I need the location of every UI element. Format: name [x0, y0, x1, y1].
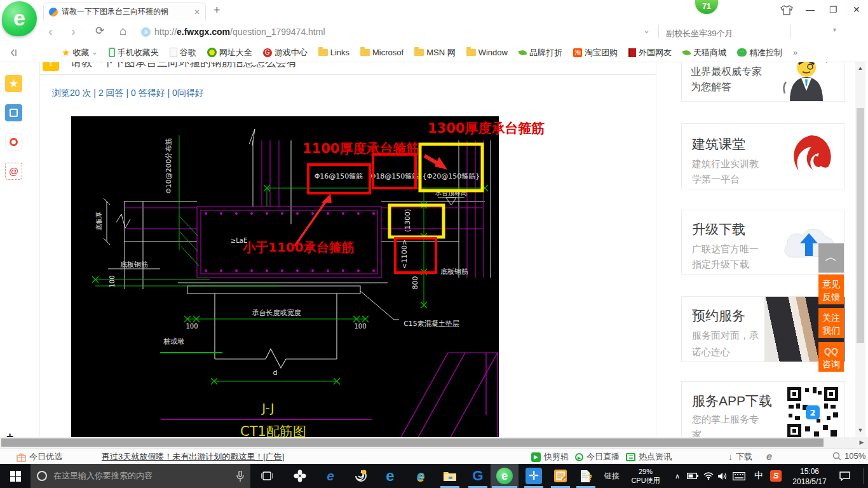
- battery-icon[interactable]: [685, 464, 700, 488]
- horizontal-scroll-thumb[interactable]: [1, 438, 824, 447]
- vertical-scrollbar[interactable]: ▲ ▼: [855, 62, 865, 437]
- back-icon[interactable]: ‹: [48, 24, 53, 39]
- tray-chevron-icon[interactable]: ∧: [671, 464, 684, 488]
- bookmark-site-directory[interactable]: 网址大全: [207, 47, 252, 58]
- cpu-widget[interactable]: 29% CPU使用: [628, 464, 663, 488]
- back-to-top-button[interactable]: ︿: [818, 243, 844, 273]
- folder-icon: [360, 49, 370, 56]
- qr-code-image: 2: [786, 386, 839, 439]
- pinned-app-ie[interactable]: e: [407, 464, 435, 488]
- app-title: 服务APP下载: [692, 392, 772, 410]
- url-text[interactable]: http://e.fwxgx.com/question_1799474.html: [154, 27, 325, 37]
- download-item[interactable]: ↓ 下载: [728, 451, 752, 463]
- bookmark-tmall[interactable]: 天猫商城: [682, 47, 726, 58]
- qq-consult-button[interactable]: QQ咨询: [818, 342, 844, 372]
- daily-pick-item[interactable]: 今日优选: [17, 451, 62, 463]
- pinned-app-safety-spiral[interactable]: [347, 464, 375, 488]
- chevron-down-icon[interactable]: ⌄: [643, 25, 650, 35]
- vertical-scroll-thumb[interactable]: [857, 108, 864, 343]
- app-browser-active[interactable]: e: [491, 464, 519, 488]
- scroll-down-icon[interactable]: ▼: [855, 427, 865, 433]
- ime-indicator[interactable]: 中: [751, 464, 766, 488]
- task-view-button[interactable]: [253, 464, 281, 488]
- clock-widget[interactable]: 15:06 2018/5/17: [787, 464, 832, 488]
- live-icon: ▶: [575, 453, 583, 461]
- browser-titlebar: 请教一下下图承台三向环箍的钢 ✕ + 71 — ❐ ✕: [0, 0, 868, 20]
- live-item[interactable]: ▶ 今日直播: [575, 451, 620, 463]
- bookmarks-overflow-icon[interactable]: »: [793, 48, 797, 57]
- scroll-right-icon[interactable]: ▶: [855, 437, 868, 448]
- notification-center-icon[interactable]: [835, 464, 854, 488]
- bookmark-taobao[interactable]: 淘 淘宝团购: [573, 47, 618, 58]
- hot-news-item[interactable]: ☰ 热点资讯: [626, 451, 672, 463]
- address-bar[interactable]: ✳ http://e.fwxgx.com/question_1799474.ht…: [141, 24, 325, 40]
- app-file-explorer[interactable]: [436, 464, 464, 488]
- home-icon[interactable]: ⌂: [119, 24, 126, 38]
- horizontal-scrollbar[interactable]: [0, 437, 855, 448]
- bookmark-game-center[interactable]: G 游戏中心: [263, 47, 308, 58]
- show-desktop-divider[interactable]: [863, 468, 864, 484]
- bookmark-folder-microsoft[interactable]: Microsof: [360, 48, 403, 57]
- taskbar-search-box[interactable]: 在这里输入你要搜索的内容: [31, 464, 250, 488]
- share-layout-icon[interactable]: [5, 104, 22, 121]
- ad-link[interactable]: 再过3天就放假喽！未有出游计划的戳这里！[广告]: [102, 451, 284, 463]
- game-center-icon: G: [263, 48, 272, 57]
- question-drawing-image[interactable]: Φ16@150箍筋 Φ18@150箍筋 {Φ20@150箍筋} 承台顶标高 Φ1…: [71, 116, 553, 438]
- scroll-up-icon[interactable]: ▲: [855, 65, 865, 71]
- ie-open-icon[interactable]: e: [766, 451, 772, 463]
- bookmark-google[interactable]: 谷歌: [170, 47, 196, 58]
- app-download-card[interactable]: 服务APP下载 您的掌上服务专 家 2: [681, 381, 845, 437]
- start-button[interactable]: [0, 464, 31, 488]
- site-safety-icon[interactable]: ✳: [141, 27, 151, 37]
- bookmark-precise-control[interactable]: ··· 精准控制: [737, 47, 782, 58]
- quick-edit-item[interactable]: ▶ 快剪辑: [531, 451, 569, 463]
- microphone-icon[interactable]: [236, 471, 244, 482]
- 2345-icon: [207, 48, 217, 57]
- app-service-cross[interactable]: ✛: [520, 464, 548, 488]
- feedback-button[interactable]: 意见反馈: [818, 274, 844, 304]
- tab-close-icon[interactable]: ✕: [194, 8, 200, 17]
- hot-search-text[interactable]: 副校长坐牢39个月: [666, 28, 733, 39]
- expert-card[interactable]: 业界最权威专家 为您解答: [681, 62, 845, 102]
- bookmark-foreign-friends[interactable]: 外国网友: [628, 47, 672, 58]
- bookmark-folder-windows[interactable]: Window: [466, 48, 508, 57]
- close-button[interactable]: ✕: [853, 4, 860, 15]
- follow-us-button[interactable]: 关注我们: [818, 308, 844, 338]
- bookmark-folder-msn[interactable]: MSN 网: [414, 47, 456, 58]
- share-at-icon[interactable]: @: [5, 163, 22, 180]
- volume-icon[interactable]: [715, 464, 729, 488]
- browser-logo-icon[interactable]: e: [2, 1, 37, 36]
- touch-keyboard-icon[interactable]: [731, 464, 747, 488]
- browser-tab[interactable]: 请教一下下图承台三向环箍的钢 ✕: [43, 3, 206, 20]
- pinned-app-edge[interactable]: e: [376, 464, 404, 488]
- leaf-icon: [682, 49, 691, 56]
- restore-button[interactable]: ❐: [829, 4, 837, 15]
- speed-score-badge[interactable]: 71: [694, 0, 719, 15]
- app-help-doc[interactable]: ?: [572, 464, 600, 488]
- refresh-icon[interactable]: ⟳: [95, 24, 104, 37]
- bookmark-favorites[interactable]: ★ 收藏 ⌄: [62, 47, 98, 58]
- bookmark-mobile-favorites[interactable]: 手机收藏夹: [109, 47, 159, 58]
- app-glodon-g[interactable]: G: [464, 464, 492, 488]
- collapse-sidebar-icon[interactable]: [9, 48, 18, 57]
- pinned-app-pinwheel[interactable]: [286, 464, 314, 488]
- wifi-icon[interactable]: [702, 464, 715, 488]
- share-weibo-icon[interactable]: [5, 133, 22, 151]
- minimize-button[interactable]: —: [806, 4, 815, 15]
- new-tab-button[interactable]: +: [214, 4, 220, 17]
- quick-edit-icon: ▶: [531, 452, 541, 462]
- app-notes[interactable]: [546, 464, 574, 488]
- undo-caret-icon[interactable]: ▾: [833, 26, 836, 33]
- bookmark-brand-discount[interactable]: 品牌打折: [519, 47, 562, 58]
- pinned-app-ie-dark[interactable]: e: [316, 464, 344, 488]
- skin-theme-icon[interactable]: [780, 5, 793, 15]
- share-qzone-star-icon[interactable]: ★: [5, 75, 22, 92]
- course-card[interactable]: 建筑课堂 建筑行业实训教 学第一平台: [681, 123, 845, 189]
- bookmark-folder-links[interactable]: Links: [318, 48, 349, 57]
- links-toolbar-label[interactable]: 链接: [597, 464, 627, 488]
- page-viewport: ★ @ + ! 请教一下下图承台三向环箍的钢筋信息怎么会有 浏览20 次 | 2…: [0, 62, 868, 448]
- page-zoom-item[interactable]: 105%: [832, 451, 865, 461]
- upgrade-desc1: 广联达官方唯一: [692, 243, 759, 255]
- sogou-input-icon[interactable]: S: [768, 464, 784, 488]
- forward-icon[interactable]: ›: [71, 24, 76, 39]
